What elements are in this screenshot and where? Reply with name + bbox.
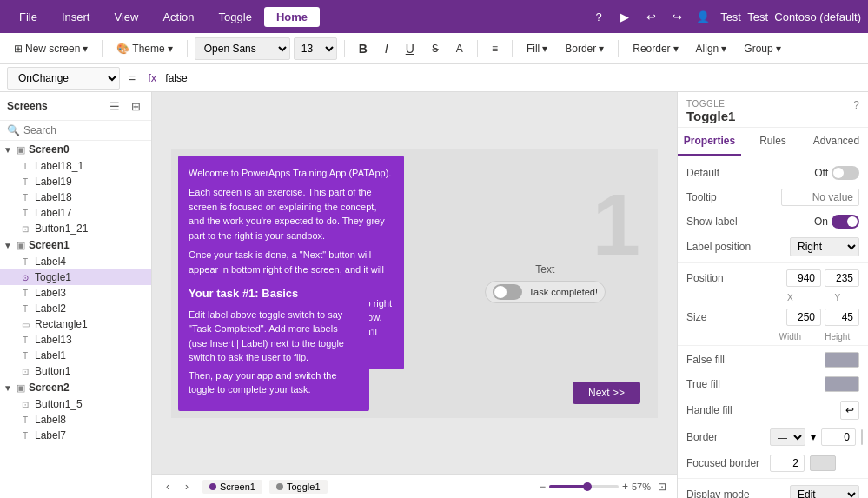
next-button[interactable]: Next >>	[573, 382, 640, 404]
tab-advanced[interactable]: Advanced	[805, 128, 868, 156]
tree-child-label3[interactable]: T Label3	[0, 285, 151, 301]
focused-border-color[interactable]	[810, 455, 836, 471]
formula-fx-button[interactable]: fx	[144, 71, 160, 84]
show-label-toggle-handle	[847, 216, 858, 227]
label-position-select[interactable]: Right	[790, 237, 859, 256]
zoom-out-icon[interactable]: −	[540, 481, 546, 493]
font-size-select[interactable]: 13	[294, 37, 337, 60]
toggle-row[interactable]: Task completed!	[485, 281, 606, 303]
prop-row-size: Size	[678, 304, 868, 330]
tree-child-button1[interactable]: ⊡ Button1	[0, 363, 151, 379]
right-panel-help-icon[interactable]: ?	[853, 99, 859, 111]
divider-3	[678, 478, 868, 479]
italic-button[interactable]: I	[378, 39, 395, 58]
tree-child-label18_1[interactable]: T Label18_1	[0, 158, 151, 174]
coord-y-label: Y	[816, 293, 860, 302]
menu-home[interactable]: Home	[264, 7, 320, 27]
font-color-button[interactable]: A	[449, 40, 470, 57]
rectangle1-label: Rectangle1	[35, 318, 88, 330]
tree-group-header-screen0[interactable]: ▼ ▣ Screen0	[0, 141, 151, 158]
screen1-tag[interactable]: Screen1	[202, 480, 262, 494]
theme-icon: 🎨	[116, 43, 129, 55]
tree-group-header-screen1[interactable]: ▼ ▣ Screen1	[0, 236, 151, 254]
tree-child-label8[interactable]: T Label8	[0, 412, 151, 428]
play-icon[interactable]: ▶	[616, 8, 633, 25]
size-w-input[interactable]	[786, 309, 821, 326]
new-screen-button[interactable]: ⊞ New screen ▾	[7, 40, 95, 57]
tree-child-toggle1[interactable]: ⊙ Toggle1	[0, 269, 151, 285]
align-label-button[interactable]: Align▾	[689, 40, 734, 57]
position-x-input[interactable]	[786, 269, 821, 287]
grid-view-icon[interactable]: ⊞	[127, 97, 144, 115]
zoom-in-icon[interactable]: +	[622, 481, 628, 493]
font-select[interactable]: Open Sans	[195, 37, 290, 60]
coord-w-label: Width	[768, 332, 812, 342]
label-icon-label2: T	[19, 302, 31, 315]
next-screen-button[interactable]: ›	[178, 478, 195, 495]
formula-input[interactable]	[165, 72, 861, 84]
tree-child-button1_21[interactable]: ⊡ Button1_21	[0, 221, 151, 236]
menu-file[interactable]: File	[7, 7, 50, 27]
display-mode-select[interactable]: Edit	[790, 485, 859, 498]
default-toggle[interactable]	[832, 166, 859, 180]
theme-button[interactable]: 🎨 Theme ▾	[109, 40, 179, 57]
border-color[interactable]	[861, 429, 863, 445]
toolbar-sep-6	[618, 40, 619, 57]
tree-child-label7[interactable]: T Label7	[0, 428, 151, 443]
border-button[interactable]: Border▾	[558, 40, 611, 57]
tab-properties[interactable]: Properties	[678, 128, 741, 156]
group-button[interactable]: Group▾	[737, 40, 787, 57]
tree-child-label19[interactable]: T Label19	[0, 174, 151, 189]
align-button[interactable]: ≡	[485, 40, 505, 57]
underline-button[interactable]: U	[399, 39, 421, 58]
menu-toggle[interactable]: Toggle	[207, 7, 264, 27]
tree-child-label2[interactable]: T Label2	[0, 301, 151, 316]
fill-button[interactable]: Fill▾	[520, 40, 554, 57]
true-fill-color[interactable]	[825, 376, 859, 392]
list-view-icon[interactable]: ☰	[106, 97, 123, 115]
canvas-area: 1 Welcome to PowerApps Training App (PAT…	[152, 92, 677, 498]
tree-child-label18[interactable]: T Label18	[0, 189, 151, 205]
show-label-prop-value: On	[770, 215, 859, 229]
bold-button[interactable]: B	[352, 39, 374, 58]
formula-scope-select[interactable]: OnChange	[7, 67, 120, 90]
reorder-button[interactable]: Reorder▾	[626, 40, 685, 57]
menu-view[interactable]: View	[102, 7, 150, 27]
default-prop-label: Default	[686, 167, 765, 179]
show-label-toggle[interactable]	[832, 215, 859, 229]
tree-child-label13[interactable]: T Label13	[0, 332, 151, 348]
fit-button[interactable]: ⊡	[654, 481, 670, 493]
tree-child-button1_5[interactable]: ⊡ Button1_5	[0, 396, 151, 412]
group-chevron-icon: ▾	[776, 43, 781, 55]
handle-fill-icon-btn[interactable]: ↩	[840, 401, 859, 420]
prev-screen-button[interactable]: ‹	[159, 478, 176, 495]
strikethrough-button[interactable]: S̶	[425, 40, 446, 57]
position-y-input[interactable]	[825, 269, 859, 287]
label1-label: Label1	[35, 349, 66, 362]
tree-child-label4[interactable]: T Label4	[0, 254, 151, 269]
menu-action[interactable]: Action	[150, 7, 206, 27]
tree-child-label17[interactable]: T Label17	[0, 205, 151, 221]
right-panel-header: ? TOGGLE Toggle1	[678, 92, 868, 128]
tooltip-input[interactable]	[781, 189, 859, 206]
menu-insert[interactable]: Insert	[50, 7, 103, 27]
size-h-input[interactable]	[825, 309, 859, 326]
zoom-bar[interactable]	[549, 485, 619, 488]
toggle-switch[interactable]	[493, 284, 522, 300]
user-icon[interactable]: 👤	[694, 8, 712, 25]
toggle1-tag[interactable]: Toggle1	[269, 480, 328, 494]
false-fill-color[interactable]	[825, 352, 859, 368]
focused-border-value-input[interactable]	[770, 455, 805, 472]
search-input[interactable]	[23, 124, 144, 136]
tree-child-label1[interactable]: T Label1	[0, 348, 151, 363]
tree-child-rectangle1[interactable]: ▭ Rectangle1	[0, 316, 151, 332]
undo-icon[interactable]: ↩	[642, 8, 659, 25]
label-icon-label8: T	[19, 414, 31, 426]
tab-rules[interactable]: Rules	[741, 128, 805, 156]
border-value-input[interactable]	[821, 428, 856, 446]
help-icon[interactable]: ?	[590, 8, 607, 25]
redo-icon[interactable]: ↪	[668, 8, 686, 25]
tree-group-header-screen2[interactable]: ▼ ▣ Screen2	[0, 379, 151, 396]
border-style-select[interactable]: —	[770, 428, 805, 446]
fill-chevron-icon: ▾	[542, 43, 547, 55]
